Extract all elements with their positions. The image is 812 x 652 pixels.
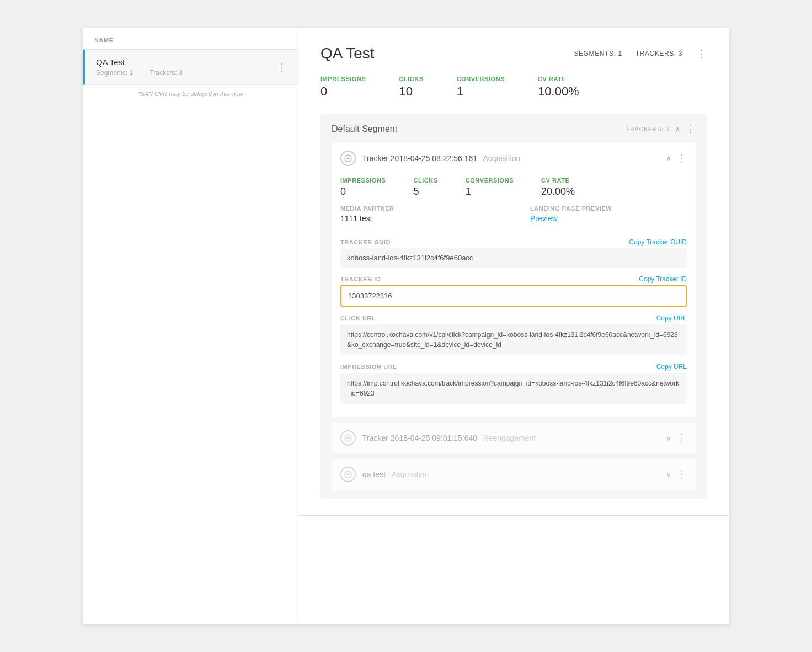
page-title: QA Test [320, 45, 375, 62]
impressions-label: IMPRESSIONS [320, 76, 366, 82]
t1-conversions-value: 1 [466, 186, 514, 197]
click-url-container: CLICK URL Copy URL https://control.kocha… [340, 314, 687, 355]
click-url-value: https://control.kochava.com/v1/cpi/click… [340, 324, 687, 355]
media-landing-row: MEDIA PARTNER 1111 test LANDING PAGE PRE… [340, 205, 687, 223]
tracker-1-type-text: Acquisition [483, 154, 521, 163]
sidebar-more-button[interactable]: ⋮ [277, 62, 287, 72]
t1-stat-cv-rate: CV RATE 20.00% [541, 177, 575, 197]
tracker-2-icon [340, 430, 356, 446]
media-partner-value: 1111 test [340, 214, 497, 223]
sidebar: NAME QA Test Segments: 1 Trackers: 3 ⋮ *… [83, 28, 298, 624]
t1-clicks-value: 5 [413, 186, 437, 197]
tracker-2-info: Tracker 2018-04-25 09:01:15:640 Reengage… [362, 433, 536, 443]
tracker-2-right: ∨ ⋮ [666, 432, 687, 444]
segment-title: Default Segment [332, 124, 397, 134]
sidebar-note: *SAN CVR may be delayed in this view [83, 85, 298, 103]
tracker-id-container: TRACKER ID Copy Tracker ID 13033722316 [340, 275, 687, 307]
sidebar-item-info: QA Test Segments: 1 Trackers: 3 [96, 57, 183, 77]
stat-clicks: CLICKS 10 [399, 76, 423, 99]
tracker-1-name: Tracker 2018-04-25 08:22:56:161 Acquisit… [362, 153, 520, 163]
main-more-button[interactable]: ⋮ [696, 47, 707, 60]
tracker-2-left: Tracker 2018-04-25 09:01:15:640 Reengage… [340, 430, 536, 446]
tracker-id-label: TRACKER ID [340, 276, 381, 282]
tracker-1-left: Tracker 2018-04-25 08:22:56:161 Acquisit… [340, 151, 520, 166]
landing-page-label: LANDING PAGE PREVIEW [530, 205, 687, 212]
tracker-1-right: ∧ ⋮ [666, 152, 687, 164]
tracker-1-more-button[interactable]: ⋮ [677, 152, 687, 164]
tracker-guid-container: TRACKER GUID Copy Tracker GUID koboss-la… [340, 238, 687, 268]
media-partner-group: MEDIA PARTNER 1111 test [340, 205, 497, 223]
landing-page-group: LANDING PAGE PREVIEW Preview [530, 205, 687, 223]
tracker-3-type: Acquisition [391, 470, 429, 479]
copy-tracker-id-button[interactable]: Copy Tracker ID [639, 275, 687, 283]
tracker-2-card: Tracker 2018-04-25 09:01:15:640 Reengage… [332, 423, 696, 453]
sidebar-item-meta: Segments: 1 Trackers: 3 [96, 69, 183, 77]
sidebar-item-name: QA Test [96, 57, 183, 67]
impressions-value: 0 [320, 84, 366, 99]
click-url-label: CLICK URL [340, 315, 376, 322]
main-header-right: SEGMENTS: 1 TRACKERS: 3 ⋮ [574, 47, 707, 60]
clicks-label: CLICKS [399, 76, 423, 82]
tracker-1-icon [340, 151, 356, 166]
sidebar-trackers: Trackers: 3 [149, 69, 183, 77]
t1-cv-rate-value: 20.00% [541, 186, 575, 197]
page-wrapper: NAME QA Test Segments: 1 Trackers: 3 ⋮ *… [83, 28, 729, 624]
trackers-value: 3 [679, 50, 682, 57]
click-url-header: CLICK URL Copy URL [340, 314, 687, 322]
impression-url-header: IMPRESSION URL Copy URL [340, 363, 687, 371]
main-stats-bar: IMPRESSIONS 0 CLICKS 10 CONVERSIONS 1 CV… [320, 76, 707, 99]
tracker-1-collapse-button[interactable]: ∧ [666, 154, 671, 163]
copy-impression-url-button[interactable]: Copy URL [656, 363, 687, 371]
tracker-2-name: Tracker 2018-04-25 09:01:15:640 [362, 434, 477, 442]
segment-collapse-button[interactable]: ∧ [675, 125, 680, 133]
cv-rate-value: 10.00% [538, 84, 579, 99]
conversions-label: CONVERSIONS [457, 76, 505, 82]
t1-cv-rate-label: CV RATE [541, 177, 575, 184]
tracker-3-more-button[interactable]: ⋮ [677, 468, 687, 480]
t1-stat-impressions: IMPRESSIONS 0 [340, 177, 386, 197]
t1-clicks-label: CLICKS [413, 177, 437, 184]
segments-label: SEGMENTS: [574, 50, 616, 57]
header-segments-stat: SEGMENTS: 1 [574, 50, 622, 57]
tracker-3-left: qa test Acquisition [340, 467, 429, 482]
t1-stat-conversions: CONVERSIONS 1 [466, 177, 514, 197]
sidebar-item[interactable]: QA Test Segments: 1 Trackers: 3 ⋮ [83, 50, 298, 85]
tracker-1-name-text: Tracker 2018-04-25 08:22:56:161 [362, 154, 477, 163]
tracker-1-stats: IMPRESSIONS 0 CLICKS 5 CONVERSIONS 1 CV … [332, 174, 696, 205]
tracker-3-icon [340, 467, 356, 482]
t1-conversions-label: CONVERSIONS [466, 177, 514, 184]
tracker-id-value: 13033722316 [340, 285, 687, 307]
tracker-3-right: ∨ ⋮ [666, 468, 687, 480]
sidebar-segments: Segments: 1 [96, 69, 133, 77]
segment-header-right: TRACKERS: 3 ∧ ⋮ [626, 123, 696, 135]
tracker-2-type: Reengagement [483, 434, 536, 442]
segment-block: Default Segment TRACKERS: 3 ∧ ⋮ [320, 114, 707, 499]
media-partner-label: MEDIA PARTNER [340, 205, 497, 212]
impression-url-value: https://imp.control.kochava.com/track/im… [340, 373, 687, 404]
bottom-divider [298, 515, 729, 516]
stat-impressions: IMPRESSIONS 0 [320, 76, 366, 99]
t1-impressions-value: 0 [340, 186, 386, 197]
tracker-guid-label: TRACKER GUID [340, 239, 391, 245]
cv-rate-label: CV RATE [538, 76, 579, 82]
impression-url-label: IMPRESSION URL [340, 364, 397, 370]
segment-more-button[interactable]: ⋮ [686, 123, 696, 135]
tracker-2-expand-button[interactable]: ∨ [666, 434, 671, 442]
copy-click-url-button[interactable]: Copy URL [656, 314, 687, 322]
tracker-1-card: Tracker 2018-04-25 08:22:56:161 Acquisit… [332, 143, 696, 417]
segment-trackers-label: TRACKERS: 3 [626, 126, 669, 132]
landing-page-link[interactable]: Preview [530, 214, 687, 223]
stat-conversions: CONVERSIONS 1 [457, 76, 505, 99]
tracker-1-fields: MEDIA PARTNER 1111 test LANDING PAGE PRE… [332, 205, 696, 238]
tracker-3-name: qa test [362, 470, 386, 479]
tracker-guid-header: TRACKER GUID Copy Tracker GUID [340, 238, 687, 246]
conversions-value: 1 [457, 84, 505, 99]
tracker-2-more-button[interactable]: ⋮ [677, 432, 687, 444]
t1-stat-clicks: CLICKS 5 [413, 177, 437, 197]
copy-tracker-guid-button[interactable]: Copy Tracker GUID [629, 238, 687, 246]
tracker-1-header: Tracker 2018-04-25 08:22:56:161 Acquisit… [332, 143, 696, 174]
tracker-3-expand-button[interactable]: ∨ [666, 470, 671, 479]
sidebar-header: NAME [83, 28, 298, 50]
tracker-3-info: qa test Acquisition [362, 469, 429, 479]
segments-value: 1 [618, 50, 622, 57]
